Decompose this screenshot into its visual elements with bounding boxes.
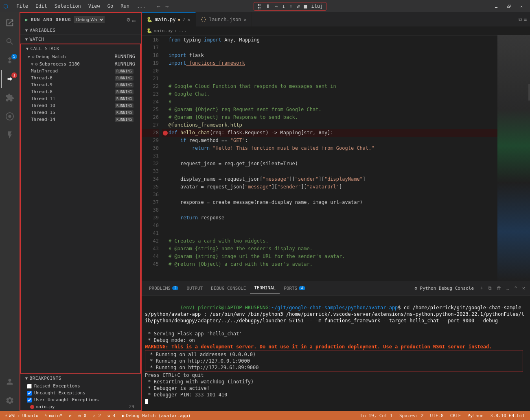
debug-step-into-button[interactable]: ↓ [280,3,287,10]
warnings-status[interactable]: ⚠ 2 [91,413,103,418]
terminal-line-1: * Serving Flask app 'hello_chat' [145,330,527,337]
thread-10-running-badge: RUNNING [115,103,134,108]
panel-tab-output[interactable]: OUTPUT [182,283,207,293]
more-panel-icon[interactable]: … [505,284,511,292]
spaces-status[interactable]: Spaces: 2 [398,413,425,418]
terminal-cursor [145,399,148,404]
sidebar-header: ▶ RUN AND DEBUG Debug Wa ⚙ … [20,13,141,26]
menu-more[interactable]: ... [134,2,149,10]
debug-restart-button[interactable]: ↺ [295,3,302,10]
nav-back-button[interactable]: ← [155,2,162,10]
activity-settings[interactable] [1,392,19,409]
workers-status[interactable]: ⚙ 4 [106,413,117,418]
maximize-button[interactable]: 🗗 [503,2,515,10]
split-terminal-icon[interactable]: ⧉ [486,284,493,292]
code-line-18: import flask [162,52,497,59]
menu-view[interactable]: View [85,2,103,10]
callstack-thread-14[interactable]: Thread-14 RUNNING [21,116,140,123]
menu-file[interactable]: File [13,2,31,10]
activity-source-control[interactable]: 5 [1,51,19,69]
activity-remote[interactable] [1,107,19,125]
callstack-thread-10[interactable]: Thread-10 RUNNING [21,102,140,109]
tab-close-icon[interactable]: ✕ [187,17,190,22]
menu-run[interactable]: Run [117,2,133,10]
callstack-section: ▼ CALL STACK ▼ ⚙ Debug Watch RUNNING ▼ ⚙… [20,44,141,374]
close-panel-icon[interactable]: ✕ [521,284,527,292]
settings-gear-icon[interactable]: ⚙ [127,16,130,23]
callstack-thread-8[interactable]: Thread-8 RUNNING [21,88,140,95]
debug-pause-button[interactable]: ⏸ [264,3,272,10]
code-line-19: import functions_framework [162,59,497,67]
callstack-thread-6[interactable]: Thread-6 RUNNING [21,74,140,81]
watch-header[interactable]: ▼ WATCH [20,35,141,44]
callstack-debug-watch[interactable]: ▼ ⚙ Debug Watch RUNNING [21,53,140,60]
callstack-thread-11[interactable]: Thread-11 RUNNING [21,95,140,102]
code-line-40 [162,222,497,230]
remote-status[interactable]: ⚡ WSL: Ubuntu [3,413,40,418]
close-button[interactable]: ✕ [516,2,527,10]
terminal-content[interactable]: (env) pierrick@LAPTOP-HKU5PNNG:~/git/goo… [142,295,530,411]
main-py-breakpoint[interactable]: main.py 29 [20,403,141,410]
sync-status[interactable]: ↺ [68,413,74,418]
language-status[interactable]: Python [466,413,485,418]
user-uncaught-exceptions-item: User Uncaught Exceptions [20,396,141,403]
python-version-status[interactable]: 3.8.10 64-bit [488,413,527,418]
split-editor-icon[interactable]: ⧉ [519,17,522,22]
menu-go[interactable]: Go [104,2,116,10]
callstack-subprocess[interactable]: ▼ ⚙ Subprocess 2180 RUNNING [21,60,140,68]
position-status[interactable]: Ln 19, Col 1 [359,413,394,418]
branch-status[interactable]: ⑂ main* [43,413,64,418]
code-line-20 [162,67,497,75]
panel-tab-ports[interactable]: PORTS 4 [280,283,309,293]
panel-tab-problems[interactable]: PROBLEMS 2 [145,283,182,293]
code-line-22: # Google Cloud Function that responds to… [162,83,497,90]
more-actions-icon[interactable]: … [132,16,136,23]
new-terminal-icon[interactable]: + [479,284,485,292]
breakpoints-header[interactable]: ▼ BREAKPOINTS [20,374,141,383]
callstack-header[interactable]: ▼ CALL STACK [21,44,140,53]
debug-step-out-button[interactable]: ↑ [288,3,294,10]
tab-launch-json[interactable]: {} launch.json ✕ [196,12,252,26]
debug-step-over-button[interactable]: ↷ [273,3,280,10]
activity-search[interactable] [1,33,19,50]
maximize-panel-icon[interactable]: ⌃ [513,284,519,292]
raised-exceptions-checkbox[interactable] [27,384,32,389]
tab-launch-close-icon[interactable]: ✕ [244,17,247,22]
minimize-button[interactable]: 🗕 [490,2,502,10]
activity-testing[interactable] [1,126,19,144]
code-content[interactable]: from typing import Any, Mapping import f… [162,35,497,281]
callstack-mainthread[interactable]: MainThread RUNNING [21,68,140,74]
more-tabs-icon[interactable]: ≡ [524,17,527,22]
menu-selection[interactable]: Selection [51,2,84,10]
variables-header[interactable]: ▼ VARIABLES [20,26,141,35]
debug-stop-button[interactable]: ■ [302,3,309,10]
kill-terminal-icon[interactable]: 🗑 [495,284,503,292]
activity-extensions[interactable] [1,89,19,107]
activity-explorer[interactable] [1,14,19,32]
code-line-24: # [162,98,497,106]
breadcrumb-separator: › [174,28,177,33]
breakpoint-dot-icon [30,405,34,409]
user-uncaught-exceptions-checkbox[interactable] [27,398,32,402]
debug-profile-select[interactable]: Debug Wa [74,16,105,23]
terminal-line-7: * Restarting with watchdog (inotify) [145,378,527,385]
panel-tab-terminal[interactable]: TERMINAL [250,283,280,293]
terminal-selector-label: ⚙ Python Debug Console [414,286,474,291]
uncaught-exceptions-checkbox[interactable] [27,391,32,396]
callstack-thread-15[interactable]: Thread-15 RUNNING [21,109,140,116]
activity-accounts[interactable] [1,373,19,391]
json-file-icon: {} [201,17,206,22]
code-line-27: @functions_framework.http [162,121,497,129]
menu-edit[interactable]: Edit [32,2,50,10]
panel-tab-debug-console[interactable]: DEBUG CONSOLE [207,283,250,293]
debug-status[interactable]: ▶ Debug Watch (avatar-app) [120,413,193,418]
activity-run-debug[interactable]: 1 [1,70,19,88]
tab-main-py[interactable]: 🐍 main.py ● 2 ✕ [142,12,196,26]
nav-forward-button[interactable]: → [164,2,170,10]
line-ending-status[interactable]: CRLF [449,413,463,418]
callstack-thread-9[interactable]: Thread-9 RUNNING [21,81,140,88]
breadcrumb-file[interactable]: main.py [154,28,173,33]
encoding-status[interactable]: UTF-8 [429,413,445,418]
errors-status[interactable]: ⊗ 0 [77,413,88,418]
debug-continue-button[interactable]: ⣿ [256,3,263,10]
